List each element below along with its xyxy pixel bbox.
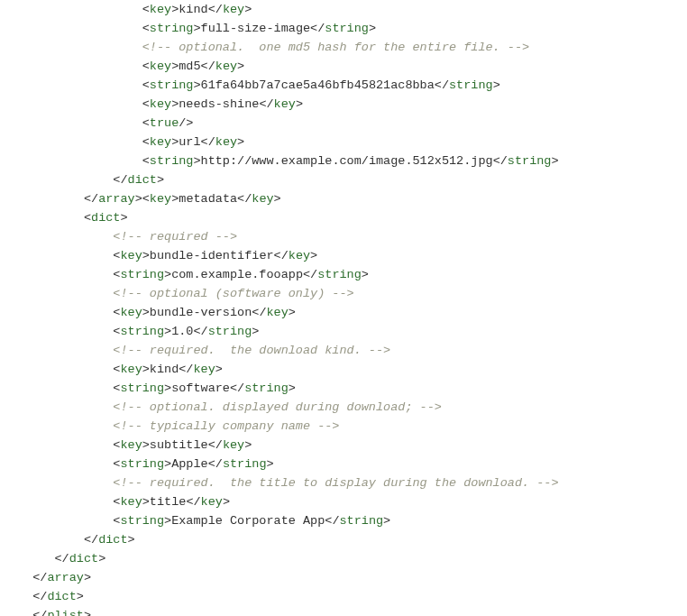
xml-punct: < <box>142 135 150 149</box>
xml-punct: > <box>142 438 150 452</box>
xml-tag-name: dict <box>47 590 76 603</box>
code-line: </array><key>metadata</key> <box>18 189 669 208</box>
xml-punct: </ <box>201 135 215 149</box>
xml-tag-name: key <box>289 249 310 262</box>
xml-tag-name: key <box>150 135 171 149</box>
code-line: <string>Apple</string> <box>18 455 669 473</box>
xml-punct: < <box>142 97 150 111</box>
xml-punct: > <box>362 268 369 281</box>
xml-punct: </ <box>84 192 98 206</box>
xml-tag-name: key <box>120 438 142 452</box>
xml-punct: > <box>244 3 252 16</box>
code-line: <!-- required. the title to display duri… <box>18 473 669 492</box>
xml-tag-name: key <box>150 3 171 16</box>
xml-punct: > <box>223 495 230 509</box>
xml-comment: <!-- typically company name --> <box>113 419 339 433</box>
xml-text: bundle-version <box>150 306 252 319</box>
code-line: <string>Example Corporate App</string> <box>18 511 669 530</box>
xml-punct: > <box>142 495 150 509</box>
code-block: <key>kind</key> <string>full-size-image<… <box>0 0 687 616</box>
xml-punct: > <box>493 78 500 92</box>
xml-tag-name: key <box>266 306 288 319</box>
code-line: <key>kind</key> <box>18 360 669 379</box>
xml-punct: > <box>252 325 259 338</box>
xml-punct: > <box>164 382 171 395</box>
xml-text: 61fa64bb7a7cae5a46bfb45821ac8bba <box>201 78 435 92</box>
xml-tag-name: true <box>150 116 179 130</box>
xml-punct: </ <box>230 382 244 395</box>
xml-punct: > <box>274 192 281 206</box>
xml-tag-name: key <box>150 60 171 73</box>
xml-text: com.example.fooapp <box>171 268 303 281</box>
code-line: <key>bundle-identifier</key> <box>18 246 669 265</box>
xml-tag-name: string <box>340 514 384 528</box>
xml-punct: > <box>84 609 91 616</box>
xml-punct: </ <box>32 590 47 603</box>
xml-tag-name: string <box>150 154 194 168</box>
code-line: </dict> <box>18 549 669 568</box>
xml-punct: > <box>289 382 296 395</box>
code-line: <string>61fa64bb7a7cae5a46bfb45821ac8bba… <box>18 76 669 95</box>
xml-text: kind <box>150 363 179 376</box>
xml-text: Apple <box>171 457 208 471</box>
xml-punct: </ <box>186 495 200 509</box>
xml-punct: > <box>369 22 376 35</box>
xml-punct: </ <box>84 533 98 547</box>
xml-tag-name: string <box>317 268 362 281</box>
xml-text: subtitle <box>150 438 208 452</box>
code-line: <!-- optional. displayed during download… <box>18 398 669 417</box>
xml-punct: > <box>128 533 135 547</box>
xml-tag-name: key <box>193 363 215 376</box>
xml-punct: < <box>84 211 91 225</box>
xml-tag-name: array <box>98 192 135 206</box>
code-line: <string>com.example.fooapp</string> <box>18 265 669 284</box>
xml-comment: <!-- optional. displayed during download… <box>113 400 442 414</box>
xml-punct: > <box>551 154 558 168</box>
xml-punct: </ <box>193 325 207 338</box>
code-line: <key>subtitle</key> <box>18 436 669 455</box>
code-line: </dict> <box>18 530 669 549</box>
code-line: <key>needs-shine</key> <box>18 95 669 114</box>
code-line: <key>md5</key> <box>18 57 669 76</box>
xml-punct: > <box>77 590 84 603</box>
xml-punct: < <box>142 116 150 130</box>
xml-tag-name: key <box>120 363 142 376</box>
xml-punct: </ <box>252 306 266 319</box>
xml-punct: > <box>84 571 91 584</box>
xml-punct: </ <box>201 60 215 73</box>
xml-tag-name: dict <box>91 211 120 225</box>
xml-punct: > <box>215 363 223 376</box>
xml-tag-name: key <box>120 306 142 319</box>
xml-punct: < <box>142 192 150 206</box>
xml-punct: > <box>164 325 171 338</box>
xml-punct: > <box>244 438 252 452</box>
xml-punct: > <box>296 97 303 111</box>
xml-text: title <box>150 495 187 509</box>
code-line: </dict> <box>18 587 669 606</box>
xml-punct: > <box>164 268 171 281</box>
code-line: <string>software</string> <box>18 379 669 398</box>
xml-tag-name: string <box>150 78 194 92</box>
xml-tag-name: string <box>208 325 252 338</box>
xml-punct: </ <box>32 609 47 616</box>
xml-text: software <box>171 382 230 395</box>
xml-punct: > <box>164 457 171 471</box>
code-line: <string>1.0</string> <box>18 322 669 341</box>
xml-tag-name: key <box>215 135 237 149</box>
xml-punct: </ <box>179 363 193 376</box>
xml-comment: <!-- required. the download kind. --> <box>113 344 390 357</box>
xml-tag-name: string <box>120 382 164 395</box>
code-line: </array> <box>18 568 669 587</box>
xml-tag-name: key <box>150 97 171 111</box>
xml-tag-name: string <box>449 78 493 92</box>
xml-tag-name: string <box>150 22 194 35</box>
xml-text: http://www.example.com/image.512x512.jpg <box>201 154 493 168</box>
xml-punct: </ <box>55 552 69 565</box>
xml-punct: > <box>193 78 200 92</box>
xml-punct: </ <box>208 3 223 16</box>
xml-punct: > <box>383 514 390 528</box>
xml-tag-name: string <box>325 22 369 35</box>
code-line: <!-- optional (software only) --> <box>18 284 669 303</box>
xml-tag-name: key <box>274 97 296 111</box>
xml-punct: </ <box>435 78 449 92</box>
